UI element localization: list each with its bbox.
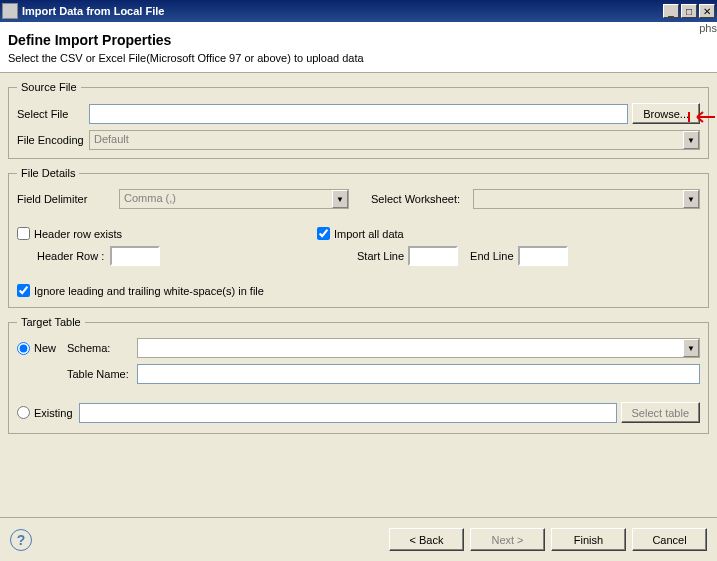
minimize-button[interactable]: _ <box>663 4 679 18</box>
finish-button[interactable]: Finish <box>551 528 626 551</box>
file-encoding-value: Default <box>94 133 129 145</box>
select-worksheet-select[interactable] <box>473 189 700 209</box>
select-file-input[interactable] <box>89 104 628 124</box>
existing-radio-row[interactable]: Existing <box>17 406 79 419</box>
titlebar: Import Data from Local File _ □ ✕ <box>0 0 717 22</box>
ignore-whitespace-check[interactable]: Ignore leading and trailing white-space(… <box>17 284 264 297</box>
end-line-label: End Line <box>470 250 513 262</box>
wizard-footer: ? < Back Next > Finish Cancel <box>0 517 717 561</box>
start-line-label: Start Line <box>357 250 404 262</box>
chevron-down-icon: ▼ <box>683 131 699 149</box>
chevron-down-icon: ▼ <box>683 339 699 357</box>
cancel-button[interactable]: Cancel <box>632 528 707 551</box>
page-subtitle: Select the CSV or Excel File(Microsoft O… <box>8 52 709 64</box>
header-row-input <box>110 246 160 266</box>
page-title: Define Import Properties <box>8 32 709 48</box>
schema-label: Schema: <box>67 342 137 354</box>
header-row-exists-check[interactable]: Header row exists <box>17 227 317 240</box>
import-all-data-check[interactable]: Import all data <box>317 227 404 240</box>
cropped-text: phs <box>699 22 717 34</box>
end-line-input <box>518 246 568 266</box>
ignore-whitespace-checkbox[interactable] <box>17 284 30 297</box>
header-row-exists-checkbox[interactable] <box>17 227 30 240</box>
source-file-legend: Source File <box>17 81 81 93</box>
wizard-header: Define Import Properties Select the CSV … <box>0 22 717 73</box>
close-button[interactable]: ✕ <box>699 4 715 18</box>
target-table-legend: Target Table <box>17 316 85 328</box>
window-title: Import Data from Local File <box>22 5 661 17</box>
file-encoding-select[interactable]: Default <box>89 130 700 150</box>
browse-button[interactable]: Browse... <box>632 103 700 124</box>
chevron-down-icon: ▼ <box>683 190 699 208</box>
new-radio-row[interactable]: New <box>17 342 67 355</box>
table-name-label: Table Name: <box>67 368 137 380</box>
select-table-button: Select table <box>621 402 700 423</box>
next-button: Next > <box>470 528 545 551</box>
existing-table-input <box>79 403 617 423</box>
file-details-legend: File Details <box>17 167 79 179</box>
chevron-down-icon: ▼ <box>332 190 348 208</box>
table-name-input[interactable] <box>137 364 700 384</box>
field-delimiter-label: Field Delimiter <box>17 193 119 205</box>
import-all-data-checkbox[interactable] <box>317 227 330 240</box>
file-details-group: File Details Field Delimiter Comma (,) ▼… <box>8 167 709 308</box>
new-radio[interactable] <box>17 342 30 355</box>
maximize-button[interactable]: □ <box>681 4 697 18</box>
select-worksheet-label: Select Worksheet: <box>371 193 473 205</box>
new-label: New <box>34 342 56 354</box>
import-all-data-label: Import all data <box>334 228 404 240</box>
app-icon <box>2 3 18 19</box>
existing-radio[interactable] <box>17 406 30 419</box>
schema-select[interactable] <box>137 338 700 358</box>
header-row-label: Header Row : <box>37 250 104 262</box>
header-row-exists-label: Header row exists <box>34 228 122 240</box>
file-encoding-label: File Encoding <box>17 134 89 146</box>
start-line-input <box>408 246 458 266</box>
help-icon[interactable]: ? <box>10 529 32 551</box>
back-button[interactable]: < Back <box>389 528 464 551</box>
select-file-label: Select File <box>17 108 89 120</box>
target-table-group: Target Table New Schema: ▼ Table Name: E… <box>8 316 709 434</box>
existing-label: Existing <box>34 407 73 419</box>
field-delimiter-value: Comma (,) <box>124 192 176 204</box>
field-delimiter-select[interactable]: Comma (,) <box>119 189 349 209</box>
ignore-whitespace-label: Ignore leading and trailing white-space(… <box>34 285 264 297</box>
source-file-group: Source File Select File Browse... File E… <box>8 81 709 159</box>
